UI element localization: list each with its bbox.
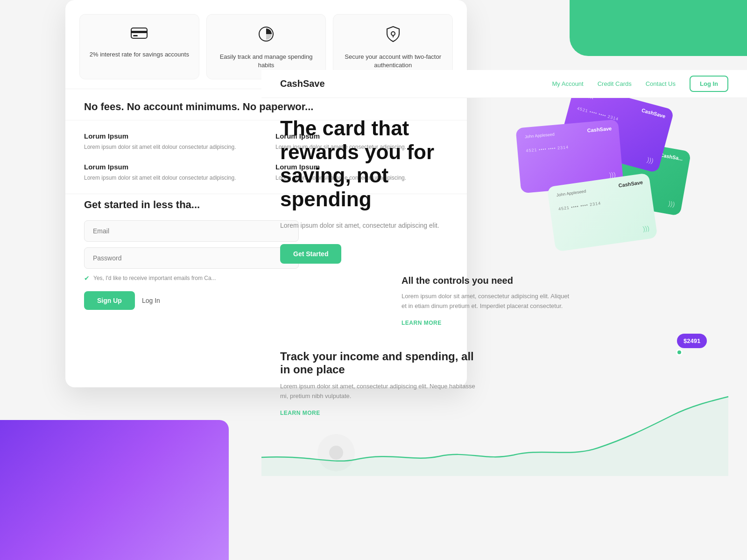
signup-button[interactable]: Sign Up — [84, 291, 135, 310]
hero-title: The card that rewards you for saving, no… — [280, 117, 476, 211]
card-nfc-light: ))) — [642, 224, 650, 232]
checkbox-label: Yes, I'd like to receive important email… — [93, 275, 216, 281]
track-description: Lorem ipsum dolor sit amet, consectetur … — [280, 382, 476, 401]
card-nfc-purple: ))) — [646, 156, 655, 165]
nav-login-button[interactable]: Log In — [690, 76, 728, 92]
bottom-purple-decoration — [0, 420, 229, 560]
price-value: $2491 — [684, 337, 700, 344]
feature-item-title-0: Lorum Ipsum — [84, 132, 257, 140]
hero-description: Lorem ipsum dolor sit amet, consectetur … — [280, 220, 476, 231]
feature-item-2: Lorum Ipsum Lorem ipsum dolor sit amet e… — [84, 163, 257, 182]
feature-item-desc-2: Lorem ipsum dolor sit amet elit dolour c… — [84, 174, 257, 182]
svg-rect-2 — [133, 35, 138, 36]
svg-rect-1 — [131, 31, 147, 33]
price-dot — [676, 349, 683, 356]
controls-description: Lorem ipsum dolor sit amet, consectetur … — [402, 292, 570, 311]
nav-link-credit-cards[interactable]: Credit Cards — [598, 80, 632, 87]
lock-shield-icon — [343, 26, 443, 46]
feature-text-interest: 2% interest rate for savings accounts — [89, 50, 190, 59]
card-light: CashSave John Appleseed 4521 •••• •••• 2… — [547, 173, 657, 252]
panel-login-button[interactable]: Log In — [142, 297, 160, 304]
track-section: Track your income and spending, all in o… — [261, 341, 495, 426]
chart-icon — [216, 26, 317, 46]
feature-text-track: Easily track and manage spending habits — [216, 53, 317, 70]
green-blob-decoration — [570, 0, 747, 56]
feature-text-secure: Secure your account with two-factor auth… — [343, 53, 443, 70]
get-started-button[interactable]: Get Started — [280, 244, 341, 264]
card-nfc-green: ))) — [668, 199, 676, 208]
nav-link-contact-us[interactable]: Contact Us — [646, 80, 676, 87]
controls-title: All the controls you need — [402, 275, 570, 286]
track-learn-more[interactable]: LEARN MORE — [280, 410, 320, 416]
svg-point-4 — [391, 32, 395, 35]
controls-learn-more[interactable]: LEARN MORE — [402, 320, 442, 326]
feature-item-title-2: Lorum Ipsum — [84, 163, 257, 171]
nav-logo: CashSave — [280, 78, 325, 89]
feature-item-desc-0: Lorem ipsum dolor sit amet elit dolour c… — [84, 143, 257, 151]
cards-visual: CashSave John A 4521 •••• •••• 2314 ))) … — [490, 86, 700, 264]
price-bubble: $2491 — [677, 334, 707, 348]
checkbox-checked-icon: ✔ — [84, 274, 90, 282]
controls-section: All the controls you need Lorem ipsum do… — [392, 266, 579, 336]
nav-links: My Account Credit Cards Contact Us Log I… — [552, 76, 728, 92]
nav-link-my-account[interactable]: My Account — [552, 80, 584, 87]
hero-section: The card that rewards you for saving, no… — [261, 98, 495, 282]
credit-card-icon — [89, 26, 190, 43]
track-title: Track your income and spending, all in o… — [280, 350, 476, 376]
card-name-lavender: John Appleseed — [525, 127, 611, 139]
feature-card-interest: 2% interest rate for savings accounts — [79, 14, 199, 79]
navbar: CashSave My Account Credit Cards Contact… — [261, 70, 747, 98]
card-number-light: 4521 •••• •••• 2314 — [558, 195, 644, 211]
card-number-lavender: 4521 •••• •••• 2314 — [526, 141, 612, 153]
feature-item-0: Lorum Ipsum Lorem ipsum dolor sit amet e… — [84, 132, 257, 151]
